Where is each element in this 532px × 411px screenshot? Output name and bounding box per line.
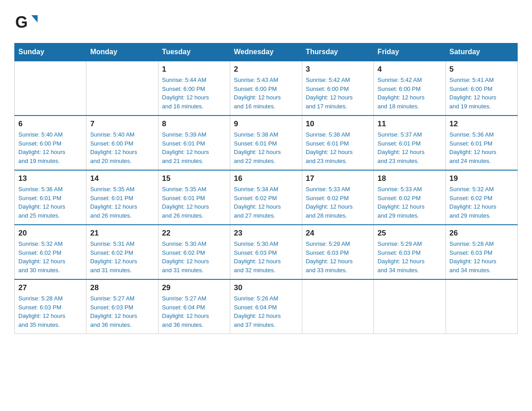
logo-icon: G (14, 11, 38, 34)
day-number: 13 (18, 174, 82, 183)
day-number: 14 (90, 174, 154, 183)
svg-text:G: G (15, 13, 28, 31)
day-of-week-tuesday: Tuesday (158, 43, 230, 61)
calendar-cell: 2Sunrise: 5:43 AM Sunset: 6:00 PM Daylig… (230, 61, 302, 116)
day-number: 3 (306, 65, 370, 74)
calendar-cell (86, 61, 158, 116)
day-number: 11 (378, 120, 442, 128)
day-number: 29 (162, 283, 226, 292)
calendar-table: SundayMondayTuesdayWednesdayThursdayFrid… (14, 43, 518, 334)
day-info: Sunrise: 5:41 AM Sunset: 6:00 PM Dayligh… (450, 76, 514, 111)
day-info: Sunrise: 5:30 AM Sunset: 6:02 PM Dayligh… (162, 240, 226, 274)
calendar-cell (15, 61, 86, 116)
calendar-cell: 20Sunrise: 5:32 AM Sunset: 6:02 PM Dayli… (15, 225, 86, 279)
week-row-3: 13Sunrise: 5:36 AM Sunset: 6:01 PM Dayli… (15, 170, 518, 225)
day-info: Sunrise: 5:28 AM Sunset: 6:03 PM Dayligh… (18, 294, 82, 329)
day-info: Sunrise: 5:35 AM Sunset: 6:01 PM Dayligh… (90, 185, 154, 220)
calendar-cell: 19Sunrise: 5:32 AM Sunset: 6:02 PM Dayli… (446, 170, 517, 225)
day-number: 30 (234, 283, 298, 292)
calendar-cell: 1Sunrise: 5:44 AM Sunset: 6:00 PM Daylig… (158, 61, 230, 116)
calendar-cell (374, 279, 446, 334)
calendar-cell (302, 279, 373, 334)
day-number: 27 (18, 283, 82, 292)
day-number: 2 (234, 65, 298, 74)
day-number: 1 (162, 65, 226, 74)
days-of-week-row: SundayMondayTuesdayWednesdayThursdayFrid… (15, 43, 518, 61)
calendar-cell: 24Sunrise: 5:29 AM Sunset: 6:03 PM Dayli… (302, 225, 373, 279)
day-info: Sunrise: 5:42 AM Sunset: 6:00 PM Dayligh… (378, 76, 442, 111)
calendar-cell: 3Sunrise: 5:42 AM Sunset: 6:00 PM Daylig… (302, 61, 373, 116)
day-info: Sunrise: 5:38 AM Sunset: 6:01 PM Dayligh… (306, 130, 370, 165)
week-row-2: 6Sunrise: 5:40 AM Sunset: 6:00 PM Daylig… (15, 116, 518, 170)
day-number: 24 (306, 229, 370, 238)
day-info: Sunrise: 5:28 AM Sunset: 6:03 PM Dayligh… (450, 240, 514, 274)
day-number: 10 (306, 120, 370, 128)
day-of-week-thursday: Thursday (302, 43, 373, 61)
day-info: Sunrise: 5:38 AM Sunset: 6:01 PM Dayligh… (234, 130, 298, 165)
day-info: Sunrise: 5:32 AM Sunset: 6:02 PM Dayligh… (450, 185, 514, 220)
day-number: 22 (162, 229, 226, 238)
page-header: G (14, 11, 518, 34)
day-number: 25 (378, 229, 442, 238)
calendar-cell: 12Sunrise: 5:36 AM Sunset: 6:01 PM Dayli… (446, 116, 517, 170)
day-info: Sunrise: 5:40 AM Sunset: 6:00 PM Dayligh… (90, 130, 154, 165)
day-info: Sunrise: 5:32 AM Sunset: 6:02 PM Dayligh… (18, 240, 82, 274)
day-of-week-saturday: Saturday (446, 43, 517, 61)
calendar-cell: 9Sunrise: 5:38 AM Sunset: 6:01 PM Daylig… (230, 116, 302, 170)
day-info: Sunrise: 5:36 AM Sunset: 6:01 PM Dayligh… (18, 185, 82, 220)
day-info: Sunrise: 5:26 AM Sunset: 6:04 PM Dayligh… (234, 294, 298, 329)
calendar-cell: 6Sunrise: 5:40 AM Sunset: 6:00 PM Daylig… (15, 116, 86, 170)
week-row-1: 1Sunrise: 5:44 AM Sunset: 6:00 PM Daylig… (15, 61, 518, 116)
day-info: Sunrise: 5:36 AM Sunset: 6:01 PM Dayligh… (450, 130, 514, 165)
calendar-cell: 10Sunrise: 5:38 AM Sunset: 6:01 PM Dayli… (302, 116, 373, 170)
day-info: Sunrise: 5:39 AM Sunset: 6:01 PM Dayligh… (162, 130, 226, 165)
day-number: 28 (90, 283, 154, 292)
calendar-cell: 22Sunrise: 5:30 AM Sunset: 6:02 PM Dayli… (158, 225, 230, 279)
day-info: Sunrise: 5:37 AM Sunset: 6:01 PM Dayligh… (378, 130, 442, 165)
svg-marker-1 (31, 15, 38, 22)
calendar-cell: 7Sunrise: 5:40 AM Sunset: 6:00 PM Daylig… (86, 116, 158, 170)
calendar-cell: 23Sunrise: 5:30 AM Sunset: 6:03 PM Dayli… (230, 225, 302, 279)
calendar-cell: 14Sunrise: 5:35 AM Sunset: 6:01 PM Dayli… (86, 170, 158, 225)
day-info: Sunrise: 5:44 AM Sunset: 6:00 PM Dayligh… (162, 76, 226, 111)
day-number: 7 (90, 120, 154, 128)
calendar-cell: 26Sunrise: 5:28 AM Sunset: 6:03 PM Dayli… (446, 225, 517, 279)
day-info: Sunrise: 5:33 AM Sunset: 6:02 PM Dayligh… (306, 185, 370, 220)
day-of-week-monday: Monday (86, 43, 158, 61)
day-number: 5 (450, 65, 514, 74)
day-number: 16 (234, 174, 298, 183)
day-of-week-wednesday: Wednesday (230, 43, 302, 61)
day-of-week-sunday: Sunday (15, 43, 86, 61)
week-row-4: 20Sunrise: 5:32 AM Sunset: 6:02 PM Dayli… (15, 225, 518, 279)
calendar-cell: 16Sunrise: 5:34 AM Sunset: 6:02 PM Dayli… (230, 170, 302, 225)
day-info: Sunrise: 5:29 AM Sunset: 6:03 PM Dayligh… (306, 240, 370, 274)
day-info: Sunrise: 5:31 AM Sunset: 6:02 PM Dayligh… (90, 240, 154, 274)
calendar-cell: 18Sunrise: 5:33 AM Sunset: 6:02 PM Dayli… (374, 170, 446, 225)
day-info: Sunrise: 5:43 AM Sunset: 6:00 PM Dayligh… (234, 76, 298, 111)
day-number: 18 (378, 174, 442, 183)
day-number: 19 (450, 174, 514, 183)
day-info: Sunrise: 5:40 AM Sunset: 6:00 PM Dayligh… (18, 130, 82, 165)
calendar-cell: 25Sunrise: 5:29 AM Sunset: 6:03 PM Dayli… (374, 225, 446, 279)
day-number: 15 (162, 174, 226, 183)
calendar-cell: 30Sunrise: 5:26 AM Sunset: 6:04 PM Dayli… (230, 279, 302, 334)
day-number: 23 (234, 229, 298, 238)
logo: G (14, 11, 38, 34)
calendar-header: SundayMondayTuesdayWednesdayThursdayFrid… (15, 43, 518, 61)
day-number: 8 (162, 120, 226, 128)
day-info: Sunrise: 5:35 AM Sunset: 6:01 PM Dayligh… (162, 185, 226, 220)
calendar-body: 1Sunrise: 5:44 AM Sunset: 6:00 PM Daylig… (15, 61, 518, 334)
day-info: Sunrise: 5:27 AM Sunset: 6:04 PM Dayligh… (162, 294, 226, 329)
calendar-cell: 8Sunrise: 5:39 AM Sunset: 6:01 PM Daylig… (158, 116, 230, 170)
day-number: 21 (90, 229, 154, 238)
calendar-cell: 4Sunrise: 5:42 AM Sunset: 6:00 PM Daylig… (374, 61, 446, 116)
calendar-cell: 15Sunrise: 5:35 AM Sunset: 6:01 PM Dayli… (158, 170, 230, 225)
calendar-cell: 17Sunrise: 5:33 AM Sunset: 6:02 PM Dayli… (302, 170, 373, 225)
calendar-cell: 21Sunrise: 5:31 AM Sunset: 6:02 PM Dayli… (86, 225, 158, 279)
calendar-cell (446, 279, 517, 334)
day-number: 9 (234, 120, 298, 128)
day-info: Sunrise: 5:29 AM Sunset: 6:03 PM Dayligh… (378, 240, 442, 274)
calendar-cell: 11Sunrise: 5:37 AM Sunset: 6:01 PM Dayli… (374, 116, 446, 170)
day-number: 26 (450, 229, 514, 238)
day-number: 20 (18, 229, 82, 238)
